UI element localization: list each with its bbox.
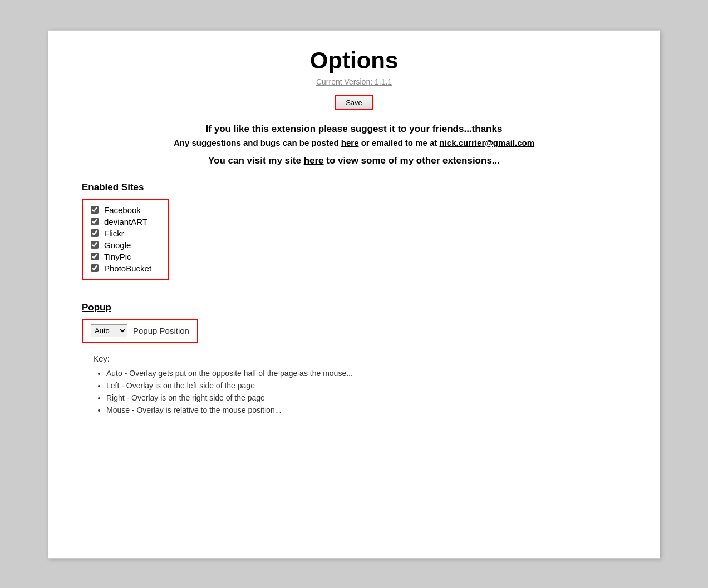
site-checkbox[interactable] xyxy=(91,218,99,225)
list-item: Facebook xyxy=(91,205,151,215)
popup-position-select[interactable]: AutoLeftRightMouse xyxy=(91,324,127,337)
site-name: Google xyxy=(104,240,131,250)
promo-line1: If you like this extension please sugges… xyxy=(82,123,626,135)
site-name: Flickr xyxy=(104,229,124,238)
save-button-wrapper: Save xyxy=(82,95,626,110)
site-checkbox[interactable] xyxy=(91,264,99,272)
promo-line3: You can visit my site here to view some … xyxy=(82,155,626,166)
enabled-sites-label: Enabled Sites xyxy=(82,182,626,193)
key-title: Key: xyxy=(93,354,626,363)
site-name: deviantART xyxy=(104,217,148,226)
promo-line2-suffix: or emailed to me at xyxy=(358,138,439,147)
version-link[interactable]: Current Version: 1.1.1 xyxy=(316,77,392,86)
version-text: Current Version: 1.1.1 xyxy=(82,77,626,86)
page-title: Options xyxy=(82,47,626,74)
site-name: TinyPic xyxy=(104,252,131,261)
key-section: Key: Auto - Overlay gets put on the oppo… xyxy=(93,354,626,414)
key-list-item: Mouse - Overlay is relative to the mouse… xyxy=(106,406,626,414)
popup-position-label: Popup Position xyxy=(133,326,189,335)
popup-control-box: AutoLeftRightMouse Popup Position xyxy=(82,319,198,343)
key-list-item: Right - Overlay is on the right side of … xyxy=(106,393,626,402)
promo-section: If you like this extension please sugges… xyxy=(82,123,626,166)
site-checkbox[interactable] xyxy=(91,241,99,249)
promo-line3-prefix: You can visit my site xyxy=(208,155,304,166)
site-checkbox[interactable] xyxy=(91,229,99,237)
promo-line3-suffix: to view some of my other extensions... xyxy=(324,155,500,166)
popup-section: Popup AutoLeftRightMouse Popup Position … xyxy=(82,302,626,414)
promo-line2: Any suggestions and bugs can be posted h… xyxy=(82,138,626,147)
key-list-item: Auto - Overlay gets put on the opposite … xyxy=(106,369,626,378)
site-checkbox[interactable] xyxy=(91,253,99,260)
list-item: Flickr xyxy=(91,229,151,238)
page-container: Options Current Version: 1.1.1 Save If y… xyxy=(48,30,660,559)
list-item: deviantART xyxy=(91,217,151,226)
list-item: TinyPic xyxy=(91,252,151,261)
list-item: PhotoBucket xyxy=(91,264,151,273)
save-button[interactable]: Save xyxy=(335,95,373,110)
site-name: Facebook xyxy=(104,205,141,215)
key-list: Auto - Overlay gets put on the opposite … xyxy=(93,369,626,414)
site-name: PhotoBucket xyxy=(104,264,151,273)
sites-box: FacebookdeviantARTFlickrGoogleTinyPicPho… xyxy=(82,199,169,280)
list-item: Google xyxy=(91,240,151,250)
promo-site-link[interactable]: here xyxy=(304,155,324,166)
promo-bugs-link[interactable]: here xyxy=(341,138,359,147)
enabled-sites-section: Enabled Sites FacebookdeviantARTFlickrGo… xyxy=(82,182,626,280)
site-checkbox[interactable] xyxy=(91,206,99,214)
popup-label: Popup xyxy=(82,302,626,313)
promo-email-link[interactable]: nick.currier@gmail.com xyxy=(440,138,535,147)
key-list-item: Left - Overlay is on the left side of th… xyxy=(106,381,626,390)
promo-line2-prefix: Any suggestions and bugs can be posted xyxy=(174,138,341,147)
